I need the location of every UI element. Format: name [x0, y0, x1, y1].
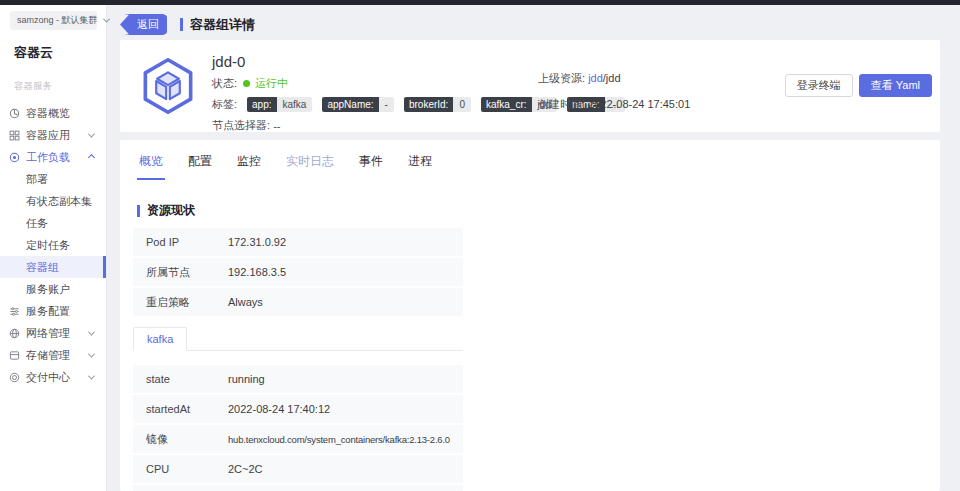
- table-row: 内存 8GB: [133, 485, 463, 491]
- chevron-down-icon: [88, 130, 95, 137]
- sidebar-item-storage[interactable]: 存储管理: [0, 344, 106, 366]
- table-row: startedAt 2022-08-24 17:40:12: [133, 395, 463, 423]
- status-value: 运行中: [255, 76, 288, 91]
- sidebar-item-label: 服务账户: [26, 282, 70, 297]
- node-selector-value: --: [273, 120, 280, 132]
- app-title: 容器云: [14, 44, 106, 62]
- sidebar-item-label: 容器组: [26, 260, 59, 275]
- title-accent-bar: [180, 18, 183, 31]
- sidebar-item-network[interactable]: 网络管理: [0, 322, 106, 344]
- table-row: Pod IP 172.31.0.92: [133, 228, 463, 256]
- sidebar-item-workloads[interactable]: 工作负载: [0, 146, 106, 168]
- container-detail-table: state running startedAt 2022-08-24 17:40…: [133, 365, 463, 491]
- label-tag: appName:-: [322, 97, 393, 112]
- sidebar: samzong - 默认集群 容器云 容器服务 容器概览 容器应用 工作负载 部…: [0, 5, 107, 491]
- pod-actions: 登录终端 查看 Yaml: [785, 74, 932, 97]
- sidebar-item-cronjobs[interactable]: 定时任务: [0, 234, 106, 256]
- container-tab-kafka[interactable]: kafka: [133, 327, 187, 351]
- apps-grid-icon: [9, 130, 20, 141]
- storage-box-icon: [9, 350, 20, 361]
- resource-status-table: Pod IP 172.31.0.92 所属节点 192.168.3.5 重启策略…: [133, 228, 463, 316]
- table-row: 重启策略 Always: [133, 288, 463, 316]
- tab-config[interactable]: 配置: [186, 153, 214, 180]
- network-globe-icon: [9, 328, 20, 339]
- sidebar-item-deployments[interactable]: 部署: [0, 168, 106, 190]
- sidebar-item-label: 定时任务: [26, 238, 70, 253]
- detail-content-card: 概览 配置 监控 实时日志 事件 进程 资源现状 Pod IP 172.31.0…: [120, 140, 940, 491]
- sidebar-item-label: 交付中心: [26, 370, 70, 385]
- sidebar-item-label: 任务: [26, 216, 48, 231]
- pod-meta: 上级资源: jdd/jdd 创建时间: 2022-08-24 17:45:01: [538, 71, 690, 123]
- sidebar-item-delivery-center[interactable]: 交付中心: [0, 366, 106, 388]
- parent-resource-line: 上级资源: jdd/jdd: [538, 71, 690, 86]
- sidebar-item-label: 有状态副本集: [26, 194, 92, 209]
- sidebar-item-container-overview[interactable]: 容器概览: [0, 102, 106, 124]
- tab-monitoring[interactable]: 监控: [235, 153, 263, 180]
- chevron-down-icon: [88, 328, 95, 335]
- sidebar-item-label: 部署: [26, 172, 48, 187]
- cluster-selector-label: samzong - 默认集群: [17, 14, 98, 27]
- created-time-line: 创建时间: 2022-08-24 17:45:01: [538, 97, 690, 112]
- pod-hexagon-cube-icon: [139, 55, 197, 117]
- section-title-resource-status: 资源现状: [137, 202, 923, 219]
- pod-info-card: jdd-0 状态: 运行中 标签: app:kafka appName:- br…: [120, 40, 940, 132]
- back-button[interactable]: 返回: [120, 14, 167, 35]
- sidebar-item-label: 网络管理: [26, 326, 70, 341]
- label-tag: brokerId:0: [404, 97, 471, 112]
- sidebar-item-label: 服务配置: [26, 304, 70, 319]
- sidebar-item-service-accounts[interactable]: 服务账户: [0, 278, 106, 300]
- dashboard-icon: [9, 108, 20, 119]
- section-accent-bar: [137, 205, 140, 217]
- parent-resource-link[interactable]: jdd: [588, 72, 603, 84]
- sidebar-item-label: 存储管理: [26, 348, 70, 363]
- view-yaml-button[interactable]: 查看 Yaml: [859, 74, 932, 97]
- sidebar-item-label: 容器应用: [26, 128, 70, 143]
- sidebar-item-jobs[interactable]: 任务: [0, 212, 106, 234]
- sidebar-item-label: 容器概览: [26, 106, 70, 121]
- main-area: 返回 容器组详情 jdd-0 状态:: [107, 5, 960, 491]
- chevron-down-icon: [88, 372, 95, 379]
- detail-tabs: 概览 配置 监控 实时日志 事件 进程: [137, 140, 923, 180]
- service-config-icon: [9, 306, 20, 317]
- sidebar-item-statefulsets[interactable]: 有状态副本集: [0, 190, 106, 212]
- pod-name: jdd-0: [212, 53, 625, 70]
- tab-events[interactable]: 事件: [357, 153, 385, 180]
- delivery-center-icon: [9, 372, 20, 383]
- sidebar-item-service-config[interactable]: 服务配置: [0, 300, 106, 322]
- chevron-down-icon: [88, 350, 95, 357]
- sidebar-item-pods[interactable]: 容器组: [0, 256, 106, 278]
- page: samzong - 默认集群 容器云 容器服务 容器概览 容器应用 工作负载 部…: [0, 0, 960, 491]
- page-header: 返回 容器组详情: [120, 5, 940, 40]
- table-row: CPU 2C~2C: [133, 455, 463, 483]
- cluster-selector[interactable]: samzong - 默认集群: [10, 11, 97, 30]
- label-tag: app:kafka: [247, 97, 312, 112]
- workload-target-icon: [9, 152, 20, 163]
- page-title: 容器组详情: [180, 16, 255, 34]
- login-terminal-button[interactable]: 登录终端: [785, 74, 853, 97]
- container-tab-bar: kafka: [133, 326, 463, 351]
- sidebar-item-container-apps[interactable]: 容器应用: [0, 124, 106, 146]
- created-time-value: 2022-08-24 17:45:01: [588, 98, 690, 110]
- table-row: 镜像 hub.tenxcloud.com/system_containers/k…: [133, 425, 463, 453]
- table-row: state running: [133, 365, 463, 393]
- sidebar-item-label: 工作负载: [26, 150, 70, 165]
- status-dot: [243, 80, 250, 87]
- table-row: 所属节点 192.168.3.5: [133, 258, 463, 286]
- sidebar-section-label: 容器服务: [14, 80, 106, 93]
- tab-processes[interactable]: 进程: [406, 153, 434, 180]
- tab-live-logs[interactable]: 实时日志: [284, 153, 336, 180]
- tab-overview[interactable]: 概览: [137, 153, 165, 180]
- chevron-up-icon: [88, 153, 95, 160]
